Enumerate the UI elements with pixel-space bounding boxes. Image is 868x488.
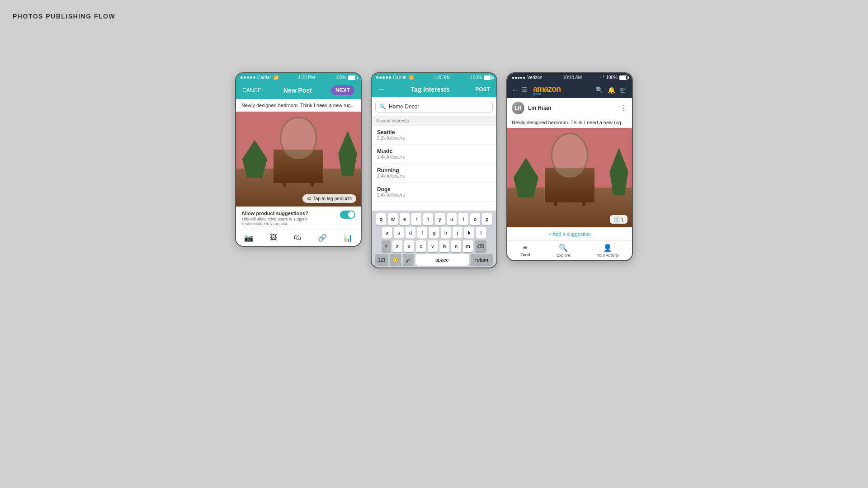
gallery-icon[interactable]: 🖼 (270, 234, 277, 242)
activity-label: Your Activity (597, 253, 619, 258)
key-h[interactable]: h (441, 227, 451, 239)
signal-dot (247, 76, 249, 79)
key-s[interactable]: s (394, 227, 404, 239)
key-l[interactable]: l (476, 227, 486, 239)
keyboard-row-2: a s d f g h j k l (373, 227, 495, 239)
space-key[interactable]: space (415, 254, 469, 266)
toggle-switch[interactable] (340, 211, 355, 219)
status-bar-2: Carrier 📶 1:20 PM 100% (372, 73, 496, 82)
new-post-header: CANCEL New Post NEXT (236, 82, 361, 99)
key-j[interactable]: j (453, 227, 462, 239)
key-p[interactable]: p (482, 213, 492, 225)
key-x[interactable]: x (404, 240, 414, 252)
key-c[interactable]: c (416, 240, 426, 252)
post-button[interactable]: POST (475, 86, 490, 93)
feed-nav-item[interactable]: ≡ Feed (520, 244, 530, 258)
cart-nav-icon[interactable]: 🛒 (620, 86, 627, 94)
interest-followers: 1.4k followers (377, 192, 491, 197)
carrier-label: Carrier (257, 75, 271, 80)
delete-key[interactable]: ⌫ (475, 240, 486, 252)
explore-nav-item[interactable]: 🔍 Explore (557, 244, 571, 258)
feed-label: Feed (520, 253, 530, 257)
key-m[interactable]: m (463, 240, 473, 252)
status-bar-3: ●●●●● Verizon 10:10 AM * 100% (507, 73, 632, 82)
explore-icon: 🔍 (559, 244, 568, 252)
key-y[interactable]: y (435, 213, 445, 225)
interest-item-dogs[interactable]: Dogs 1.4k followers (372, 183, 496, 202)
tap-to-tag-button[interactable]: 🏷 Tap to tag products (302, 194, 356, 203)
search-input-value[interactable]: Home Decor (389, 103, 419, 110)
key-f[interactable]: f (417, 227, 427, 239)
key-e[interactable]: e (400, 213, 410, 225)
product-suggestions-toggle-row: Allow product suggestions? This will all… (236, 206, 361, 230)
cancel-button[interactable]: CANCEL (242, 87, 264, 94)
key-o[interactable]: o (470, 213, 480, 225)
next-button[interactable]: NEXT (331, 85, 354, 95)
num-key[interactable]: 123 (375, 254, 388, 266)
more-options-icon[interactable]: ⋮ (620, 104, 627, 113)
keyboard-bottom-row: 123 🙂 🎤 space return (373, 254, 495, 266)
amazon-prime-label: prime (533, 92, 561, 95)
interest-item-running[interactable]: Running 1.4k followers (372, 164, 496, 183)
plant-left (514, 158, 538, 207)
cart-badge[interactable]: 🛒 1 (610, 215, 627, 224)
back-button[interactable]: ← (512, 86, 518, 94)
nav-icons: 🔍 🔔 🛒 (595, 86, 627, 94)
interest-followers: 1.4k followers (377, 174, 491, 178)
cart-icon-badge: 🛒 (613, 216, 620, 222)
back-button[interactable]: ← (378, 85, 385, 94)
tag-interests-header: ← Tag Interests POST (372, 82, 496, 97)
key-d[interactable]: d (406, 227, 415, 239)
page-title: PHOTOS PUBLISHING FLOW (13, 13, 115, 20)
key-t[interactable]: t (423, 213, 433, 225)
signal-dot (250, 76, 252, 79)
avatar: LH (512, 102, 524, 114)
camera-icon[interactable]: 📷 (244, 234, 253, 242)
time-label: 1:20 PM (434, 75, 450, 80)
emoji-key[interactable]: 🙂 (390, 254, 401, 266)
post-header: LH Lin Huan ⋮ (507, 98, 632, 118)
key-g[interactable]: g (429, 227, 439, 239)
key-k[interactable]: k (464, 227, 474, 239)
feed-icon: ≡ (523, 244, 527, 252)
search-bar[interactable]: 🔍 Home Decor (375, 101, 493, 113)
key-a[interactable]: a (382, 227, 392, 239)
key-v[interactable]: v (428, 240, 438, 252)
link-icon[interactable]: 🔗 (318, 234, 327, 242)
plant-right (609, 148, 628, 207)
toggle-description: This will allow other users to suggest i… (241, 217, 314, 226)
return-key[interactable]: return (471, 254, 493, 266)
signal-dot (241, 76, 243, 79)
battery-label: 100% (335, 75, 346, 80)
mirror (280, 117, 317, 160)
bag-icon[interactable]: 🛍 (294, 234, 301, 242)
signal-dot (253, 76, 255, 79)
time-label: 1:20 PM (298, 75, 315, 80)
phone-tag-interests: Carrier 📶 1:20 PM 100% ← Tag Interests P… (371, 72, 497, 268)
chart-icon[interactable]: 📊 (344, 234, 353, 242)
tag-interests-title: Tag Interests (411, 86, 450, 93)
key-z[interactable]: z (392, 240, 402, 252)
activity-nav-item[interactable]: 👤 Your Activity (597, 244, 619, 258)
key-n[interactable]: n (451, 240, 461, 252)
mic-key[interactable]: 🎤 (403, 254, 414, 266)
tap-tag-label: Tap to tag products (313, 196, 352, 201)
key-u[interactable]: u (447, 213, 457, 225)
signal-dots: ●●●●● (512, 75, 525, 80)
bluetooth-icon: * (603, 75, 604, 80)
search-nav-icon[interactable]: 🔍 (595, 86, 603, 94)
menu-icon[interactable]: ☰ (522, 86, 528, 94)
interest-item-seattle[interactable]: Seattle 3.2k followers (372, 126, 496, 145)
mirror (551, 133, 589, 178)
key-q[interactable]: q (376, 213, 386, 225)
key-b[interactable]: b (439, 240, 449, 252)
shift-key[interactable]: ⇧ (382, 240, 391, 252)
bell-icon[interactable]: 🔔 (608, 86, 615, 94)
new-post-title: New Post (283, 87, 312, 94)
key-w[interactable]: w (388, 213, 398, 225)
add-suggestion-button[interactable]: + Add a suggestion (507, 227, 632, 241)
interest-item-music[interactable]: Music 1.4k followers (372, 145, 496, 164)
key-r[interactable]: r (411, 213, 421, 225)
signal-dot (379, 76, 382, 79)
key-i[interactable]: i (458, 213, 468, 225)
